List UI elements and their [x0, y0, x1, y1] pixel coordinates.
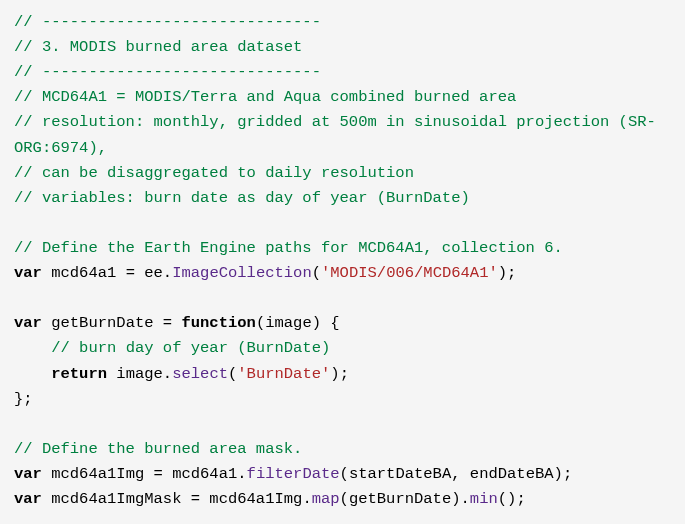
punct: {	[321, 314, 340, 332]
keyword-function: function	[181, 314, 255, 332]
punct: .	[163, 365, 172, 383]
punct: (	[340, 465, 349, 483]
punct: .	[237, 465, 246, 483]
code-comment: // Define the burned area mask.	[14, 440, 302, 458]
ident	[42, 465, 51, 483]
punct: ()	[498, 490, 517, 508]
punct: .	[163, 264, 172, 282]
ident-mcd64a1img: mcd64a1Img	[209, 490, 302, 508]
punct: =	[116, 264, 144, 282]
ident-getburndate: getBurnDate	[51, 314, 153, 332]
punct: (	[256, 314, 265, 332]
keyword-return: return	[51, 365, 107, 383]
string-modis: 'MODIS/006/MCD64A1'	[321, 264, 498, 282]
ident	[42, 490, 51, 508]
punct: (	[312, 264, 321, 282]
ident-enddateba: endDateBA	[470, 465, 554, 483]
punct: )	[330, 365, 339, 383]
punct: ;	[340, 365, 349, 383]
ident	[42, 264, 51, 282]
code-comment: // ------------------------------	[14, 13, 321, 31]
punct: (	[340, 490, 349, 508]
keyword-var: var	[14, 264, 42, 282]
code-block: // ------------------------------ // 3. …	[0, 0, 685, 522]
punct: .	[302, 490, 311, 508]
ident-mcd64a1img: mcd64a1Img	[51, 465, 144, 483]
code-comment: // can be disaggregated to daily resolut…	[14, 164, 414, 182]
method-filterdate: filterDate	[247, 465, 340, 483]
code-comment: // burn day of year (BurnDate)	[51, 339, 330, 357]
ident-image: image	[116, 365, 163, 383]
punct: =	[154, 314, 182, 332]
punct: )	[498, 264, 507, 282]
method-map: map	[312, 490, 340, 508]
ident-getburndate: getBurnDate	[349, 490, 451, 508]
keyword-var: var	[14, 490, 42, 508]
code-comment: // MCD64A1 = MODIS/Terra and Aqua combin…	[14, 88, 516, 106]
punct: =	[144, 465, 172, 483]
ident-image: image	[265, 314, 312, 332]
code-comment: // ------------------------------	[14, 63, 321, 81]
punct: ;	[507, 264, 516, 282]
string-burndate: 'BurnDate'	[237, 365, 330, 383]
indent	[14, 339, 51, 357]
ident-mcd64a1: mcd64a1	[172, 465, 237, 483]
punct: ;	[516, 490, 525, 508]
code-comment: // variables: burn date as day of year (…	[14, 189, 470, 207]
ident	[107, 365, 116, 383]
punct: ,	[451, 465, 470, 483]
method-min: min	[470, 490, 498, 508]
method-imagecollection: ImageCollection	[172, 264, 312, 282]
ident-mcd64a1: mcd64a1	[51, 264, 116, 282]
punct: =	[181, 490, 209, 508]
keyword-var: var	[14, 314, 42, 332]
code-comment: // Define the Earth Engine paths for MCD…	[14, 239, 563, 257]
punct: (	[228, 365, 237, 383]
ident-mcd64a1imgmask: mcd64a1ImgMask	[51, 490, 181, 508]
method-select: select	[172, 365, 228, 383]
code-comment: // 3. MODIS burned area dataset	[14, 38, 302, 56]
keyword-var: var	[14, 465, 42, 483]
punct: .	[461, 490, 470, 508]
code-comment: // resolution: monthly, gridded at 500m …	[14, 113, 656, 156]
ident-ee: ee	[144, 264, 163, 282]
indent	[14, 365, 51, 383]
punct: ;	[563, 465, 572, 483]
ident	[42, 314, 51, 332]
ident-startdateba: startDateBA	[349, 465, 451, 483]
punct: )	[554, 465, 563, 483]
punct: };	[14, 390, 33, 408]
punct: )	[451, 490, 460, 508]
punct: )	[312, 314, 321, 332]
